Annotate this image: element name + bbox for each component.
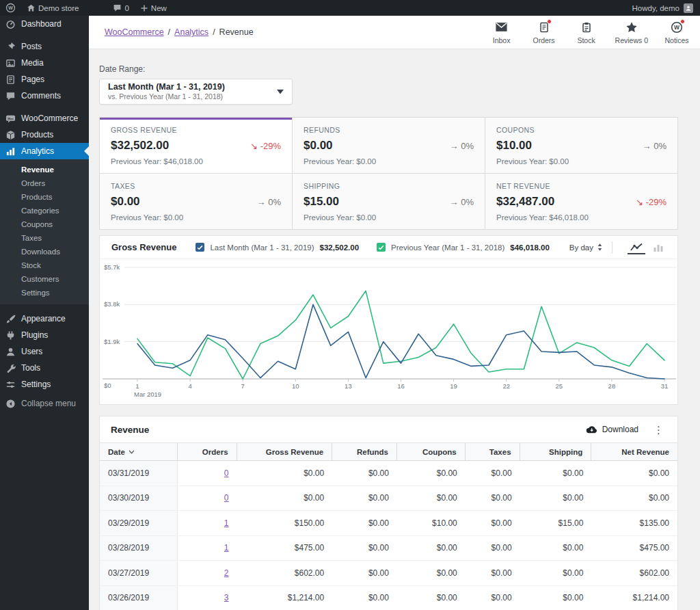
submenu-item-downloads[interactable]: Downloads (0, 245, 89, 258)
sidebar-item-analytics[interactable]: Analytics (0, 143, 89, 159)
card-label: SHIPPING (304, 182, 474, 190)
stock-clipboard-icon (581, 21, 592, 34)
line-chart-toggle[interactable] (628, 241, 645, 254)
legend-previous-year[interactable]: Previous Year (Mar 1 - 31, 2018) $46,018… (377, 243, 550, 252)
sidebar-item-dashboard[interactable]: Dashboard (0, 16, 89, 32)
cell-taxes: $0.00 (466, 561, 520, 585)
svg-text:$1.9k: $1.9k (104, 338, 120, 345)
sidebar-item-media[interactable]: Media (0, 55, 89, 71)
stock-button[interactable]: Stock (573, 21, 600, 44)
submenu-item-revenue[interactable]: Revenue (0, 163, 89, 176)
summary-card-shipping[interactable]: SHIPPING $15.00 → 0% Previous Year: $0.0… (293, 174, 485, 229)
brush-icon (5, 314, 16, 324)
cell-date: 03/31/2019 (100, 461, 178, 486)
inbox-button[interactable]: Inbox (488, 21, 515, 44)
summary-card-refunds[interactable]: REFUNDS $0.00 → 0% Previous Year: $0.00 (293, 118, 485, 173)
new-content-button[interactable]: New (135, 0, 172, 16)
submenu-item-products[interactable]: Products (0, 190, 89, 204)
svg-text:28: 28 (608, 382, 616, 390)
summary-card-taxes[interactable]: TAXES $0.00 → 0% Previous Year: $0.00 (100, 174, 292, 229)
date-range-label: Date Range: (99, 64, 678, 74)
submenu-item-orders[interactable]: Orders (0, 176, 89, 190)
summary-card-coupons[interactable]: COUPONS $10.00 → 0% Previous Year: $0.00 (485, 118, 677, 173)
avatar[interactable] (684, 3, 693, 13)
trend-flat-icon: → (643, 141, 651, 151)
page-body: Date Range: Last Month (Mar 1 - 31, 2019… (89, 49, 678, 610)
submenu-item-coupons[interactable]: Coupons (0, 217, 89, 231)
submenu-item-settings[interactable]: Settings (0, 286, 89, 300)
card-delta: → 0% (450, 141, 474, 151)
card-value: $0.00 (111, 195, 140, 209)
sidebar-item-posts[interactable]: Posts (0, 38, 89, 55)
summary-card-net-revenue[interactable]: NET REVENUE $32,487.00 ↘ -29% Previous Y… (485, 174, 677, 229)
submenu-item-stock[interactable]: Stock (0, 258, 89, 272)
sidebar-item-settings[interactable]: Settings (0, 376, 89, 393)
summary-cards: GROSS REVENUE $32,502.00 ↘ -29% Previous… (99, 117, 678, 230)
submenu-item-customers[interactable]: Customers (0, 272, 89, 286)
summary-card-gross-revenue[interactable]: GROSS REVENUE $32,502.00 ↘ -29% Previous… (100, 118, 292, 173)
orders-count-link[interactable]: 1 (224, 543, 229, 553)
kebab-menu-icon[interactable]: ⋮ (651, 423, 667, 436)
wordpress-menu-button[interactable]: W (0, 0, 21, 16)
sidebar-item-tools[interactable]: Tools (0, 360, 89, 376)
svg-text:19: 19 (450, 382, 457, 390)
sidebar-item-comments[interactable]: Comments (0, 88, 89, 104)
select-stepper-icon (597, 243, 602, 251)
collapse-menu-button[interactable]: Collapse menu (0, 395, 89, 412)
column-header-coupons[interactable]: Coupons (397, 443, 466, 460)
orders-count-link[interactable]: 2 (224, 568, 229, 578)
sidebar-item-plugins[interactable]: Plugins (0, 327, 89, 343)
date-range-values: Last Month (Mar 1 - 31, 2019) vs. Previo… (108, 82, 225, 102)
breadcrumb-woocommerce-link[interactable]: WooCommerce (105, 27, 164, 37)
orders-count-link[interactable]: 0 (224, 468, 229, 478)
interval-select[interactable]: By day (569, 243, 602, 252)
card-delta: ↘ -29% (636, 197, 667, 207)
notices-button[interactable]: W Notices (663, 21, 690, 44)
legend-total: $46,018.00 (510, 243, 550, 252)
column-header-date[interactable]: Date (100, 443, 178, 460)
orders-button[interactable]: Orders (530, 21, 558, 44)
breadcrumb: WooCommerce / Analytics / Revenue (105, 27, 254, 37)
column-header-taxes[interactable]: Taxes (466, 443, 520, 460)
svg-text:31: 31 (661, 382, 669, 390)
orders-count-link[interactable]: 3 (224, 593, 229, 602)
column-header-orders[interactable]: Orders (178, 443, 237, 460)
sidebar-item-pages[interactable]: Pages (0, 71, 89, 88)
column-header-refunds[interactable]: Refunds (332, 443, 397, 460)
site-name-link[interactable]: Demo store (21, 0, 84, 16)
column-header-shipping[interactable]: Shipping (520, 443, 592, 460)
reviews-button[interactable]: Reviews 0 (615, 21, 648, 44)
download-button[interactable]: Download (586, 425, 638, 434)
legend-last-month[interactable]: Last Month (Mar 1 - 31, 2019) $32,502.00 (196, 243, 359, 252)
orders-badge-dot (547, 19, 552, 24)
sidebar-item-appearance[interactable]: Appearance (0, 310, 89, 327)
sidebar-item-products[interactable]: Products (0, 127, 89, 143)
column-header-gross-revenue[interactable]: Gross Revenue (237, 443, 333, 460)
cell-date: 03/27/2019 (100, 561, 178, 585)
bar-chart-toggle[interactable] (651, 241, 666, 254)
plus-icon (140, 4, 148, 12)
comments-pending-button[interactable]: 0 (107, 0, 134, 16)
pushpin-icon (5, 42, 16, 52)
trend-down-icon: ↘ (250, 141, 258, 151)
orders-count-link[interactable]: 0 (224, 493, 229, 503)
sidebar-item-users[interactable]: Users (0, 343, 89, 360)
submenu-item-categories[interactable]: Categories (0, 204, 89, 217)
submenu-item-taxes[interactable]: Taxes (0, 231, 89, 245)
table-actions: Download ⋮ (586, 423, 667, 436)
svg-text:16: 16 (397, 382, 405, 390)
stock-label: Stock (577, 36, 595, 44)
column-header-net-revenue[interactable]: Net Revenue (591, 443, 677, 460)
revenue-chart: $0$1.9k$3.8k$5.7k1Mar 201947101316192225… (100, 259, 677, 404)
cell-gross-revenue: $150.00 (237, 511, 333, 535)
orders-count-link[interactable]: 1 (224, 518, 229, 528)
woocommerce-icon: Woo (5, 114, 16, 124)
cell-shipping: $0.00 (520, 586, 592, 610)
cell-orders: 1 (178, 511, 237, 535)
howdy-account-link[interactable]: Howdy, demo (632, 4, 679, 12)
breadcrumb-analytics-link[interactable]: Analytics (174, 27, 208, 37)
chart-title: Gross Revenue (111, 242, 176, 252)
date-range-selector[interactable]: Last Month (Mar 1 - 31, 2019) vs. Previo… (99, 79, 293, 105)
sidebar-item-woocommerce[interactable]: Woo WooCommerce (0, 110, 89, 127)
sidebar-item-label: Analytics (21, 146, 54, 156)
